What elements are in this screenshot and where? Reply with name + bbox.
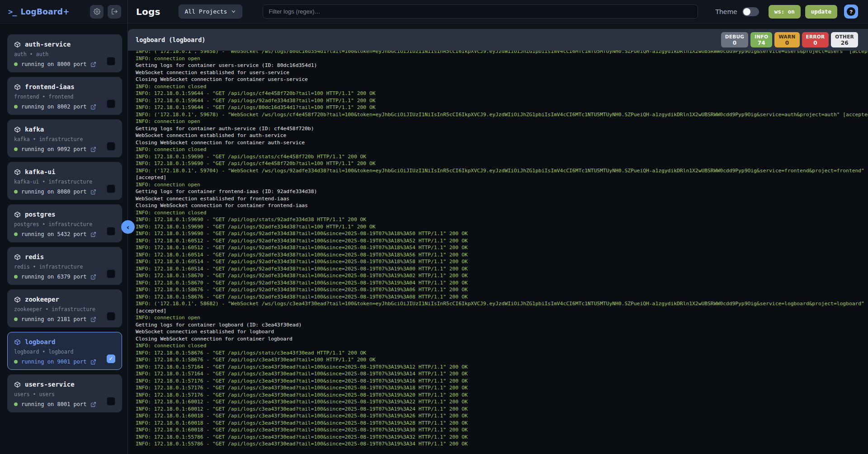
logout-button[interactable] <box>108 5 121 19</box>
service-status: running on 6379 port <box>21 274 87 280</box>
project-filter-dropdown[interactable]: All Projects <box>179 5 243 19</box>
package-icon <box>14 381 21 388</box>
settings-button[interactable] <box>90 5 104 19</box>
service-card-users-service[interactable]: users-serviceusers • usersrunning on 800… <box>7 374 122 412</box>
badge-warn-count: 0 <box>778 40 795 46</box>
update-button[interactable]: update <box>805 5 837 19</box>
external-link-icon[interactable] <box>90 274 96 280</box>
service-card-frontend-iaas[interactable]: frontend-iaasfrontend • frontendrunning … <box>7 77 122 115</box>
log-output[interactable]: INFO: ('172.18.0.1', 59658) - "WebSocket… <box>128 51 868 454</box>
service-card-logboard[interactable]: logboardlogboard • logboardrunning on 90… <box>7 332 122 370</box>
service-card-kafka[interactable]: kafkakafka • infrastructurerunning on 90… <box>7 119 122 157</box>
log-line: INFO: 172.18.0.1:60018 - "GET /api/logs/… <box>136 426 868 434</box>
service-card-postgres[interactable]: postgrespostgres • infrastructurerunning… <box>7 204 122 242</box>
log-filter-input[interactable] <box>263 5 698 19</box>
log-line: INFO: 172.18.0.1:57176 - "GET /api/logs/… <box>136 384 868 392</box>
log-line: Getting logs for container users-service… <box>136 62 868 69</box>
theme-toggle[interactable] <box>742 7 759 16</box>
status-dot <box>14 317 18 321</box>
log-line: INFO: 172.18.0.1:60512 - "GET /api/logs/… <box>136 244 868 251</box>
log-line: INFO: connection closed <box>136 209 868 217</box>
log-line: INFO: ('172.18.0.1', 58682) - "WebSocket… <box>136 300 868 307</box>
log-line: Getting logs for container frontend-iaas… <box>136 188 868 195</box>
badge-error-count: 0 <box>806 40 825 46</box>
log-line: INFO: 172.18.0.1:58676 - "GET /api/logs/… <box>136 293 868 301</box>
external-link-icon[interactable] <box>90 189 96 195</box>
service-meta: logboard • logboard <box>14 349 115 355</box>
service-select-checkbox[interactable] <box>107 227 115 236</box>
service-name: kafka <box>25 126 44 133</box>
external-link-icon[interactable] <box>90 61 96 67</box>
terminal-icon: >_ <box>8 7 16 16</box>
badge-error-label: ERROR <box>806 34 825 39</box>
log-line: INFO: 172.18.0.1:59690 - "GET /api/logs/… <box>136 230 868 237</box>
service-name: postgres <box>25 211 55 218</box>
service-select-checkbox[interactable] <box>107 99 115 108</box>
service-select-checkbox[interactable]: ✓ <box>107 355 115 363</box>
service-card-redis[interactable]: redisredis • infrastructurerunning on 63… <box>7 247 122 285</box>
log-line: INFO: 172.18.0.1:59644 - "GET /api/logs/… <box>136 104 868 111</box>
external-link-icon[interactable] <box>90 104 96 110</box>
package-icon <box>14 254 21 260</box>
log-line: INFO: 172.18.0.1:58670 - "GET /api/logs/… <box>136 272 868 279</box>
log-line: INFO: 172.18.0.1:60514 - "GET /api/logs/… <box>136 251 868 259</box>
sidebar-collapse-button[interactable]: ‹ <box>121 220 135 234</box>
badge-debug-label: DEBUG <box>725 34 745 39</box>
service-status: running on 8080 port <box>21 189 87 195</box>
service-status: running on 8002 port <box>21 104 87 110</box>
log-panel-title: logboard (logboard) <box>136 36 205 43</box>
status-dot <box>14 275 18 279</box>
status-dot <box>14 232 18 236</box>
service-select-checkbox[interactable] <box>107 397 115 406</box>
service-select-checkbox[interactable] <box>107 142 115 151</box>
service-meta: postgres • infrastructure <box>14 221 115 227</box>
log-line: INFO: ('172.18.0.1', 59658) - "WebSocket… <box>136 51 868 55</box>
package-icon <box>14 84 21 90</box>
log-line: INFO: 172.18.0.1:58670 - "GET /api/logs/… <box>136 279 868 287</box>
status-dot <box>14 105 18 109</box>
log-line: INFO: connection open <box>136 314 868 322</box>
log-panel-header: logboard (logboard) DEBUG 0 INFO 74 WARN… <box>128 29 868 51</box>
service-meta: redis • infrastructure <box>14 264 115 270</box>
service-card-zookeeper[interactable]: zookeeperzookeeper • infrastructurerunni… <box>7 289 122 327</box>
status-dot <box>14 402 18 406</box>
service-select-checkbox[interactable] <box>107 270 115 278</box>
external-link-icon[interactable] <box>90 359 96 365</box>
service-name: logboard <box>25 338 55 345</box>
log-line: INFO: 172.18.0.1:55786 - "GET /api/logs/… <box>136 440 868 448</box>
log-level-badges: DEBUG 0 INFO 74 WARN 0 ERROR 0 OTHER 2 <box>721 32 858 47</box>
status-dot <box>14 360 18 364</box>
brand-section: >_ LogBoard+ <box>0 0 128 23</box>
log-line: Closing WebSocket connection for contain… <box>136 202 868 209</box>
log-line: INFO: connection closed <box>136 83 868 90</box>
app-logo-text: LogBoard+ <box>20 7 69 16</box>
external-link-icon[interactable] <box>90 232 96 237</box>
badge-error: ERROR 0 <box>802 32 829 47</box>
help-button[interactable]: ? <box>844 5 858 19</box>
log-line: INFO: 172.18.0.1:57164 - "GET /api/logs/… <box>136 370 868 378</box>
log-line: INFO: 172.18.0.1:58676 - "GET /api/logs/… <box>136 356 868 364</box>
service-status: running on 2181 port <box>21 316 87 322</box>
service-select-checkbox[interactable] <box>107 184 115 193</box>
log-line: [accepted] <box>136 307 868 315</box>
log-line: INFO: 172.18.0.1:58676 - "GET /api/logs/… <box>136 350 868 357</box>
badge-info: INFO 74 <box>750 32 772 47</box>
service-select-checkbox[interactable] <box>107 57 115 66</box>
service-status: running on 8001 port <box>21 401 87 407</box>
service-card-auth-service[interactable]: auth-serviceauth • authrunning on 8000 p… <box>7 34 122 72</box>
websocket-status-button[interactable]: ws: on <box>769 5 801 19</box>
page-title: Logs <box>136 6 160 17</box>
external-link-icon[interactable] <box>90 317 96 322</box>
log-line: INFO: connection open <box>136 118 868 125</box>
service-select-checkbox[interactable] <box>107 312 115 321</box>
external-link-icon[interactable] <box>90 147 96 152</box>
log-line: INFO: connection closed <box>136 342 868 350</box>
service-card-kafka-ui[interactable]: kafka-uikafka-ui • infrastructurerunning… <box>7 162 122 200</box>
service-meta: kafka-ui • infrastructure <box>14 179 115 185</box>
badge-warn: WARN 0 <box>774 32 799 47</box>
log-line: INFO: 172.18.0.1:57164 - "GET /api/logs/… <box>136 364 868 371</box>
external-link-icon[interactable] <box>90 402 96 407</box>
log-line: INFO: connection open <box>136 181 868 189</box>
theme-label: Theme <box>715 8 737 15</box>
service-meta: zookeeper • infrastructure <box>14 306 115 312</box>
